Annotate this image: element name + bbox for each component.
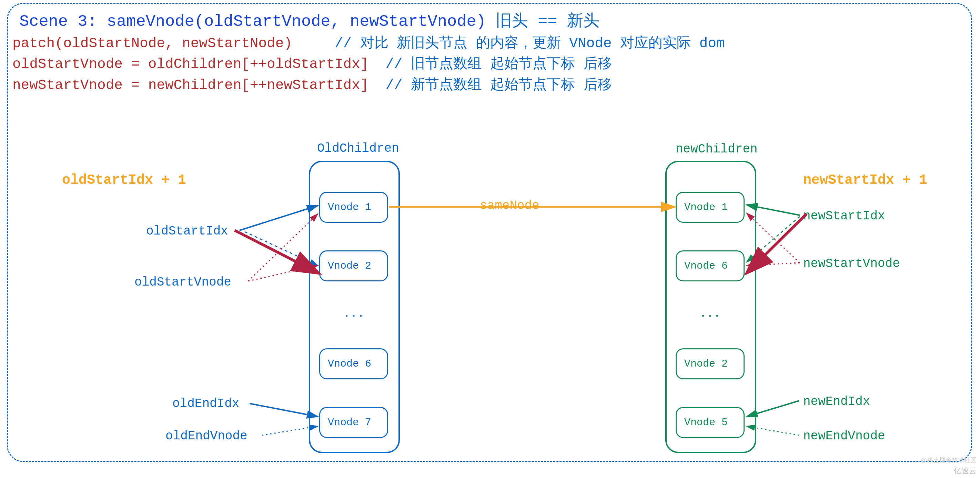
old-vnode-7: Vnode 7 (319, 407, 388, 438)
lbl-oldendidx: oldEndIdx (172, 397, 239, 411)
lbl-oldstartvnode: oldStartVnode (134, 275, 231, 289)
new-startidx-plus-1: newStartIdx + 1 (803, 172, 927, 188)
new-vnode-1: Vnode 1 (676, 192, 745, 223)
lbl-newstartidx: newStartIdx (803, 209, 885, 223)
lbl-samenode: sameNode (480, 199, 539, 213)
new-ellipsis: ... (676, 307, 745, 320)
new-vnode-5: Vnode 5 (676, 407, 745, 438)
title-en: Scene 3: sameVnode(oldStartVnode, newSta… (19, 13, 496, 31)
lbl-oldendvnode: oldEndVnode (165, 429, 248, 443)
code-l2a: oldStartVnode = oldChildren[++oldStartId… (13, 56, 386, 72)
new-vnode-6: Vnode 6 (676, 250, 745, 281)
lbl-oldstartidx: oldStartIdx (146, 224, 228, 238)
lbl-newendvnode: newEndVnode (803, 429, 885, 443)
code-l3a: newStartVnode = newChildren[++newStartId… (13, 77, 386, 93)
scene-title: Scene 3: sameVnode(oldStartVnode, newSta… (19, 10, 600, 31)
code-l2b: // 旧节点数组 起始节点下标 后移 (386, 56, 612, 72)
new-children-label: newChildren (676, 142, 758, 156)
old-vnode-2: Vnode 2 (319, 250, 388, 281)
watermark-yisuyun: 亿速云 (954, 465, 977, 476)
code-l1b: // 对比 新旧头节点 的内容，更新 VNode 对应的实际 dom (335, 35, 725, 51)
old-ellipsis: ... (319, 307, 388, 320)
title-cn: 旧头 == 新头 (496, 13, 600, 31)
lbl-newendidx: newEndIdx (803, 395, 870, 409)
code-l1a: patch(oldStartNode, newStartNode) (13, 35, 335, 51)
lbl-newstartvnode: newStartVnode (803, 257, 900, 271)
old-children-label: OldChildren (317, 142, 399, 156)
code-block: patch(oldStartNode, newStartNode) // 对比 … (13, 33, 725, 96)
old-startidx-plus-1: oldStartIdx + 1 (62, 172, 186, 188)
old-vnode-6: Vnode 6 (319, 348, 388, 379)
code-l3b: // 新节点数组 起始节点下标 后移 (386, 77, 612, 93)
diagram-canvas: Scene 3: sameVnode(oldStartVnode, newSta… (0, 0, 980, 478)
new-vnode-2: Vnode 2 (676, 348, 745, 379)
old-vnode-1: Vnode 1 (319, 192, 388, 223)
watermark-juejin: @稀土掘金技术社区 (921, 456, 977, 464)
